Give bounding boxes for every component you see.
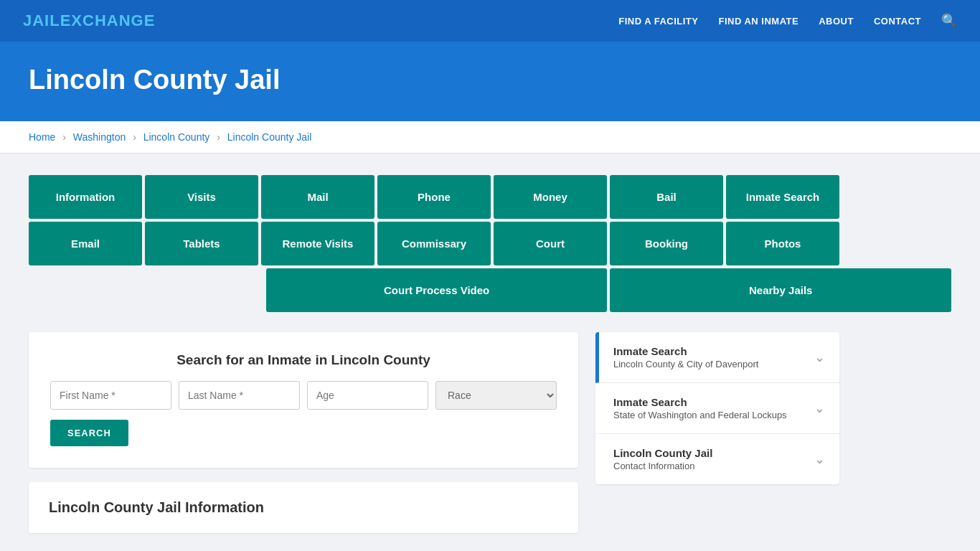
- sidebar-item-0[interactable]: Inmate Search Lincoln County & City of D…: [595, 332, 839, 383]
- breadcrumb-lincoln-county[interactable]: Lincoln County: [143, 131, 210, 143]
- btn-email[interactable]: Email: [29, 222, 142, 265]
- navbar: JAILEXCHANGE FIND A FACILITY FIND AN INM…: [0, 0, 980, 42]
- breadcrumb: Home › Washington › Lincoln County › Lin…: [0, 121, 980, 154]
- btn-inmate-search[interactable]: Inmate Search: [726, 175, 839, 219]
- brand-prefix: JAIL: [23, 11, 60, 29]
- btn-visits[interactable]: Visits: [145, 175, 258, 219]
- nav-find-inmate[interactable]: FIND AN INMATE: [718, 16, 798, 27]
- sidebar-item-2-sub: Contact Information: [613, 461, 814, 471]
- sidebar-item-2[interactable]: Lincoln County Jail Contact Information …: [595, 434, 839, 484]
- btn-booking[interactable]: Booking: [610, 222, 723, 265]
- two-column-layout: Search for an Inmate in Lincoln County R…: [29, 332, 839, 533]
- btn-tablets[interactable]: Tablets: [145, 222, 258, 265]
- breadcrumb-sep-1: ›: [62, 131, 69, 143]
- grid-row3: Court Process Video Nearby Jails: [266, 268, 951, 312]
- grid-row1: Information Visits Mail Phone Money Bail…: [29, 175, 839, 219]
- grid-row2: Email Tablets Remote Visits Commissary C…: [29, 222, 839, 265]
- right-sidebar: Inmate Search Lincoln County & City of D…: [595, 332, 839, 484]
- sidebar-item-0-title: Inmate Search: [613, 345, 814, 357]
- age-input[interactable]: [307, 381, 428, 410]
- sidebar-item-0-text: Inmate Search Lincoln County & City of D…: [613, 345, 814, 369]
- nav-find-facility[interactable]: FIND A FACILITY: [618, 16, 698, 27]
- btn-nearby-jails[interactable]: Nearby Jails: [610, 268, 951, 312]
- breadcrumb-sep-2: ›: [133, 131, 139, 143]
- sidebar-card: Inmate Search Lincoln County & City of D…: [595, 332, 839, 484]
- sidebar-item-1-text: Inmate Search State of Washington and Fe…: [613, 396, 814, 420]
- btn-phone[interactable]: Phone: [377, 175, 491, 219]
- btn-court[interactable]: Court: [494, 222, 607, 265]
- sidebar-item-2-title: Lincoln County Jail: [613, 447, 814, 459]
- nav-contact[interactable]: CONTACT: [874, 16, 921, 27]
- breadcrumb-washington[interactable]: Washington: [73, 131, 126, 143]
- btn-mail[interactable]: Mail: [261, 175, 374, 219]
- sidebar-item-1-title: Inmate Search: [613, 396, 814, 408]
- search-button[interactable]: SEARCH: [50, 420, 128, 446]
- sidebar-item-1[interactable]: Inmate Search State of Washington and Fe…: [595, 383, 839, 434]
- chevron-down-icon-2: ⌄: [814, 451, 825, 467]
- breadcrumb-sep-3: ›: [217, 131, 223, 143]
- btn-information[interactable]: Information: [29, 175, 142, 219]
- breadcrumb-home[interactable]: Home: [29, 131, 55, 143]
- btn-remote-visits[interactable]: Remote Visits: [261, 222, 374, 265]
- last-name-input[interactable]: [179, 381, 300, 410]
- inmate-search-card: Search for an Inmate in Lincoln County R…: [29, 332, 578, 468]
- brand-logo[interactable]: JAILEXCHANGE: [23, 11, 155, 30]
- hero-section: Lincoln County Jail: [0, 42, 980, 121]
- first-name-input[interactable]: [50, 381, 171, 410]
- sidebar-item-2-text: Lincoln County Jail Contact Information: [613, 447, 814, 471]
- brand-suffix: EXCHANGE: [60, 11, 156, 29]
- page-title: Lincoln County Jail: [29, 65, 951, 95]
- search-fields: Race: [50, 381, 557, 410]
- nav-links: FIND A FACILITY FIND AN INMATE ABOUT CON…: [618, 13, 957, 29]
- sidebar-item-0-sub: Lincoln County & City of Davenport: [613, 359, 814, 369]
- main-content: Information Visits Mail Phone Money Bail…: [0, 154, 980, 551]
- left-column: Search for an Inmate in Lincoln County R…: [29, 332, 578, 533]
- btn-bail[interactable]: Bail: [610, 175, 723, 219]
- btn-court-process-video[interactable]: Court Process Video: [266, 268, 608, 312]
- search-card-title: Search for an Inmate in Lincoln County: [50, 352, 557, 368]
- nav-about[interactable]: ABOUT: [819, 16, 854, 27]
- chevron-down-icon-1: ⌄: [814, 400, 825, 416]
- btn-money[interactable]: Money: [494, 175, 607, 219]
- race-select[interactable]: Race: [435, 381, 557, 410]
- search-icon[interactable]: 🔍: [941, 13, 957, 29]
- btn-photos[interactable]: Photos: [726, 222, 839, 265]
- btn-commissary[interactable]: Commissary: [377, 222, 491, 265]
- info-section: Lincoln County Jail Information: [29, 482, 578, 533]
- info-section-title: Lincoln County Jail Information: [49, 499, 558, 516]
- breadcrumb-lincoln-county-jail[interactable]: Lincoln County Jail: [227, 131, 312, 143]
- chevron-down-icon: ⌄: [814, 349, 825, 365]
- sidebar-item-1-sub: State of Washington and Federal Lockups: [613, 410, 814, 420]
